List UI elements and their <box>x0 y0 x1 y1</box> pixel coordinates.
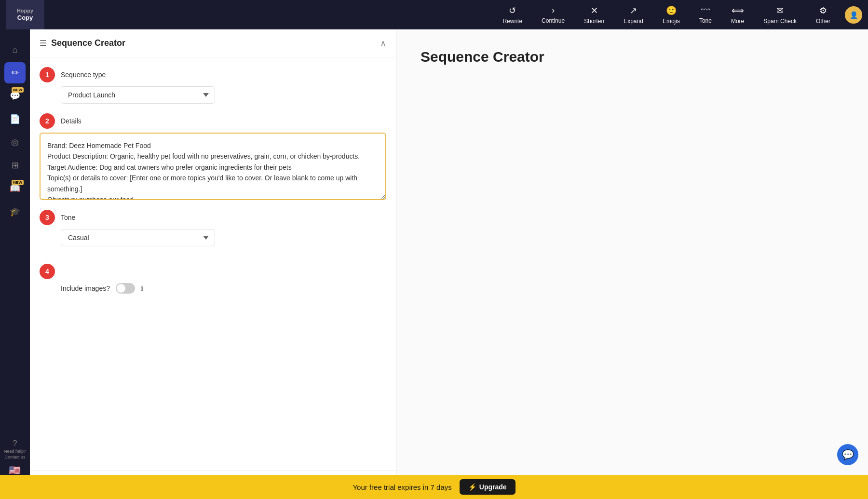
chat-support-bubble[interactable]: 💬 <box>837 444 858 465</box>
upgrade-button[interactable]: ⚡ Upgrade <box>460 479 515 495</box>
top-toolbar: Hoppy Copy ↺Rewrite›Continue✕Shorten↗Exp… <box>0 0 868 29</box>
continue-icon: › <box>552 5 555 15</box>
collapse-button[interactable]: ∧ <box>380 38 386 49</box>
trial-bar: Your free trial expires in 7 days ⚡ Upgr… <box>0 475 868 499</box>
hamburger-icon: ☰ <box>40 39 46 48</box>
logo-line2: Copy <box>17 14 33 22</box>
rewrite-icon: ↺ <box>509 5 516 16</box>
emojis-icon: 🙂 <box>666 5 677 16</box>
step3-badge: 3 <box>40 210 55 225</box>
toolbar-action-shorten[interactable]: ✕Shorten <box>574 0 614 29</box>
language-flag[interactable]: 🇺🇸 <box>9 464 21 476</box>
upgrade-icon: ⚡ <box>468 483 476 491</box>
step1-badge: 1 <box>40 67 55 82</box>
trial-message: Your free trial expires in 7 days <box>353 483 451 491</box>
shorten-icon: ✕ <box>591 5 598 16</box>
logo-line1: Hoppy <box>17 8 33 14</box>
step4-badge: 4 <box>40 264 55 279</box>
toolbar-action-rewrite[interactable]: ↺Rewrite <box>493 0 532 29</box>
info-icon[interactable]: ℹ <box>141 284 143 292</box>
left-sidebar: ⌂✏💬NEW📄◎⊞📖NEW🎓 ? Need help? Contact us 🇺… <box>0 29 30 499</box>
other-icon: ⚙ <box>819 5 827 16</box>
content-panel: ☰ Sequence Creator ∧ 1 Sequence type Pro… <box>30 29 396 499</box>
more-icon: ⟺ <box>732 5 744 16</box>
sidebar-icon-home[interactable]: ⌂ <box>4 39 26 60</box>
editor-content: Sequence Creator <box>396 29 868 499</box>
step4-row: 4 <box>40 264 386 279</box>
app-logo[interactable]: Hoppy Copy <box>6 0 44 29</box>
sidebar-icon-book[interactable]: 📖NEW <box>4 178 26 199</box>
spam-check-icon: ✉ <box>776 5 784 16</box>
include-images-toggle[interactable] <box>116 283 135 294</box>
tone-section: 3 Tone Casual <box>40 210 386 256</box>
toolbar-action-emojis[interactable]: 🙂Emojis <box>653 0 690 29</box>
toolbar-action-more[interactable]: ⟺More <box>721 0 754 29</box>
toggle-knob <box>117 284 125 293</box>
panel-title: Sequence Creator <box>51 38 125 48</box>
panel-header-left: ☰ Sequence Creator <box>40 38 125 48</box>
step2-row: 2 Details <box>40 113 386 129</box>
panel-header: ☰ Sequence Creator ∧ <box>30 29 396 57</box>
main-layout: ⌂✏💬NEW📄◎⊞📖NEW🎓 ? Need help? Contact us 🇺… <box>0 29 868 499</box>
sidebar-icon-document[interactable]: 📄 <box>4 108 26 130</box>
step3-row: 3 Tone <box>40 210 386 225</box>
upgrade-label: Upgrade <box>479 483 507 491</box>
sidebar-icon-chat[interactable]: 💬NEW <box>4 85 26 107</box>
toolbar-action-other[interactable]: ⚙Other <box>806 0 840 29</box>
user-avatar[interactable]: 👤 <box>845 6 862 24</box>
panel-body: 1 Sequence type Product Launch 2 Details… <box>30 57 396 470</box>
step1-row: 1 Sequence type <box>40 67 386 82</box>
toolbar-action-spam-check[interactable]: ✉Spam Check <box>754 0 806 29</box>
sidebar-icon-graduation[interactable]: 🎓 <box>4 201 26 222</box>
details-section: 2 Details <box>40 113 386 202</box>
images-label: Include images? <box>61 284 110 292</box>
tone-select[interactable]: Casual <box>61 229 215 246</box>
toolbar-actions: ↺Rewrite›Continue✕Shorten↗Expand🙂Emojis〰… <box>493 0 840 29</box>
step3-label: Tone <box>61 214 75 221</box>
step2-label: Details <box>61 117 81 125</box>
toolbar-action-continue[interactable]: ›Continue <box>532 0 574 29</box>
need-help-link[interactable]: ? Need help? Contact us <box>2 437 28 461</box>
sidebar-icon-edit[interactable]: ✏ <box>4 62 26 83</box>
editor-title: Sequence Creator <box>420 49 844 65</box>
tone-icon: 〰 <box>701 5 710 15</box>
toolbar-action-tone[interactable]: 〰Tone <box>690 0 721 29</box>
sequence-type-select[interactable]: Product Launch <box>61 86 215 104</box>
sidebar-icon-target[interactable]: ◎ <box>4 132 26 153</box>
details-textarea[interactable] <box>40 133 386 200</box>
step2-badge: 2 <box>40 113 55 129</box>
step1-label: Sequence type <box>61 71 106 79</box>
sidebar-icon-grid[interactable]: ⊞ <box>4 155 26 176</box>
editor-panel: Sequence Creator <box>396 29 868 499</box>
toolbar-action-expand[interactable]: ↗Expand <box>614 0 653 29</box>
images-section: Include images? ℹ <box>61 283 386 294</box>
expand-icon: ↗ <box>630 5 637 16</box>
